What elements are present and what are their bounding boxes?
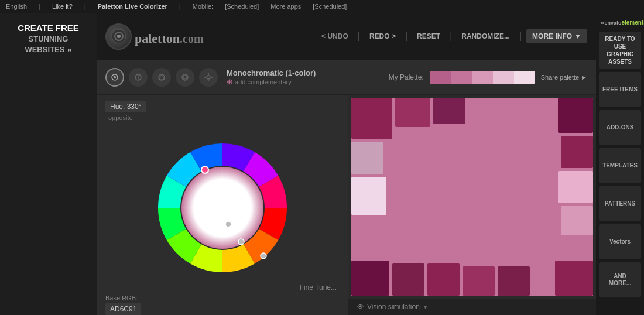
divider1: | <box>358 31 360 42</box>
eye-icon: 👁 <box>357 303 364 311</box>
color-wheel-svg[interactable] <box>141 126 304 290</box>
secondary-dot-2[interactable] <box>238 239 244 245</box>
color-mode-icons <box>105 68 218 87</box>
mode-label: Monochromatic (1-color) <box>227 69 316 77</box>
work-area: Hue: 330° opposite <box>97 95 596 315</box>
mobile-scheduled[interactable]: [Scheduled] <box>225 3 259 10</box>
create-free-block[interactable]: CREATE FREE STUNNING WEBSITES » <box>18 22 79 55</box>
opposite-label: opposite <box>108 114 133 121</box>
share-palette-button[interactable]: Share palette ► <box>541 74 587 81</box>
swatch-right-2 <box>558 171 593 203</box>
mode-tetrad-icon[interactable] <box>176 68 194 87</box>
palette-label: My Palette: <box>389 73 424 81</box>
header: paletton.com < UNDO | REDO > | RESET | R… <box>97 13 596 60</box>
palette-display <box>351 98 593 296</box>
fine-tune-button[interactable]: Fine Tune... <box>300 283 337 292</box>
swatch-right-1 <box>561 136 593 168</box>
undo-button[interactable]: < UNDO <box>317 30 353 43</box>
sidebar-item-templates[interactable]: TEMPLATES <box>599 148 641 183</box>
logo-area: paletton.com <box>105 23 204 50</box>
swatch-left-1 <box>351 142 383 174</box>
controls-bar: Monochromatic (1-color) ⊕ add complement… <box>97 60 596 95</box>
mode-adjacent-icon[interactable] <box>129 68 148 87</box>
swatch-bottom-mid1 <box>392 263 424 296</box>
hue-display: Hue: 330° <box>105 101 146 112</box>
swatch-right-3 <box>561 206 593 235</box>
create-free-line3: WEBSITES » <box>18 44 79 55</box>
palette-swatch-3 <box>472 71 493 84</box>
swatch-left-2 <box>351 177 386 215</box>
swatch-top-mid2 <box>433 98 465 124</box>
mode-mono-icon[interactable] <box>105 68 124 87</box>
sidebar-item-add-ons[interactable]: ADD-ONS <box>599 110 641 145</box>
swatch-bottom-mid4 <box>498 266 530 296</box>
logo-text: paletton.com <box>135 25 204 47</box>
palette-swatch-4 <box>493 71 514 84</box>
vision-simulation-button[interactable]: 👁 Vision simulation ▼ <box>357 303 429 311</box>
swatch-top-mid1 <box>395 98 430 127</box>
color-wheel-container[interactable] <box>141 126 304 290</box>
swatch-bottom-left <box>351 261 389 296</box>
reset-button[interactable]: RESET <box>412 30 445 43</box>
wheel-panel: Hue: 330° opposite <box>97 95 348 315</box>
separator2: | <box>84 3 86 10</box>
header-buttons: < UNDO | REDO > | RESET | RANDOMIZE... |… <box>317 29 587 43</box>
sidebar-item-vectors[interactable]: Vectors <box>599 224 641 259</box>
divider2: | <box>405 31 407 42</box>
ready-to-line3: ASSETS <box>602 58 638 66</box>
paletton-live-label: Paletton Live Colorizer <box>98 3 167 10</box>
ready-to-block: READY TO USE GRAPHIC ASSETS <box>599 32 641 69</box>
svg-rect-10 <box>183 76 187 79</box>
templates-label: TEMPLATES <box>602 162 638 169</box>
svg-point-4 <box>114 76 116 78</box>
more-info-button[interactable]: MORE INFO ▼ <box>526 29 587 43</box>
center-content: paletton.com < UNDO | REDO > | RESET | R… <box>97 13 596 315</box>
swatch-bottom-mid2 <box>427 263 460 296</box>
swatch-bottom-mid3 <box>463 266 495 296</box>
randomize-button[interactable]: RANDOMIZE... <box>457 30 515 43</box>
palette-display-area: 👁 Vision simulation ▼ <box>348 95 596 315</box>
svg-point-2 <box>117 35 121 38</box>
like-it[interactable]: Like it? <box>52 3 73 10</box>
mode-settings-icon[interactable] <box>199 68 218 87</box>
secondary-dot-1[interactable] <box>225 221 231 227</box>
redo-button[interactable]: REDO > <box>365 30 400 43</box>
divider4: | <box>519 31 522 42</box>
left-sidebar: CREATE FREE STUNNING WEBSITES » <box>0 13 97 315</box>
free-items-label: FREE ITEMS <box>602 86 638 93</box>
sidebar-item-patterns[interactable]: PATTERNS <box>599 186 641 221</box>
secondary-dot-3[interactable] <box>261 253 266 259</box>
left-sidebar-arrow: » <box>67 44 71 55</box>
right-sidebar: ∞envatoelements READY TO USE GRAPHIC ASS… <box>596 13 644 315</box>
sidebar-item-and-more[interactable]: AND MORE... <box>599 262 641 297</box>
sidebar-item-free-items[interactable]: FREE ITEMS <box>599 72 641 107</box>
vision-sim-arrow: ▼ <box>423 304 429 310</box>
base-rgb-value: AD6C91 <box>105 303 141 315</box>
mobile-label: Mobile: <box>193 3 213 10</box>
ready-to-line1: READY TO <box>602 35 638 43</box>
add-ons-label: ADD-ONS <box>607 124 634 131</box>
logo-icon <box>105 23 132 50</box>
add-complementary-icon[interactable]: ⊕ <box>227 77 233 86</box>
mode-triad-icon[interactable] <box>152 68 171 87</box>
main-layout: CREATE FREE STUNNING WEBSITES » p <box>0 13 644 315</box>
separator1: | <box>39 3 40 10</box>
patterns-label: PATTERNS <box>605 200 635 207</box>
palette-bar: My Palette: Share palette ► <box>389 71 587 84</box>
palette-preview <box>430 71 535 84</box>
palette-swatch-5 <box>514 71 535 84</box>
vectors-label: Vectors <box>609 238 631 245</box>
palette-swatch-1 <box>430 71 451 84</box>
vision-bar: 👁 Vision simulation ▼ <box>348 299 596 315</box>
divider3: | <box>450 31 452 42</box>
more-apps-scheduled[interactable]: [Scheduled] <box>313 3 347 10</box>
create-free-line2: STUNNING <box>18 34 79 44</box>
create-free-line1: CREATE FREE <box>18 22 79 34</box>
separator3: | <box>179 3 181 10</box>
swatch-top-left <box>351 98 392 139</box>
language-selector[interactable]: English <box>6 3 27 10</box>
active-dot[interactable] <box>201 166 208 173</box>
swatch-bottom-right <box>555 261 593 296</box>
envato-brand: ∞envatoelements <box>601 19 639 26</box>
mode-text-area: Monochromatic (1-color) ⊕ add complement… <box>227 69 316 86</box>
